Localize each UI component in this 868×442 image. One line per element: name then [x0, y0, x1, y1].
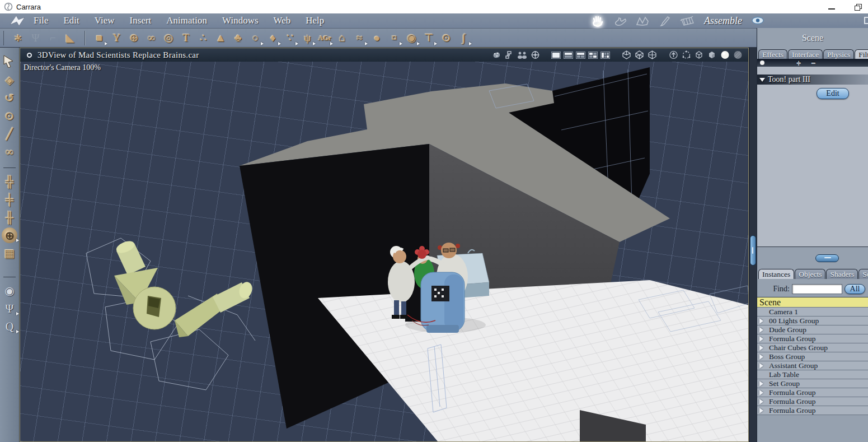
add-filter-button[interactable]: +: [796, 58, 801, 67]
maximize-button[interactable]: [850, 1, 865, 12]
expand-arrow-icon[interactable]: [759, 318, 763, 324]
viewport-canvas[interactable]: Director's Camera 100%: [20, 62, 749, 442]
edit-button[interactable]: Edit: [817, 88, 849, 99]
link-tool-icon[interactable]: ∞: [2, 144, 17, 160]
expand-arrow-icon[interactable]: [759, 345, 763, 351]
model-wrench-icon[interactable]: [613, 15, 627, 27]
target-helper-icon[interactable]: ⊙: [438, 30, 455, 46]
camera-dolly-icon[interactable]: ◉: [2, 283, 17, 299]
move-yz-icon[interactable]: ╫: [2, 210, 17, 225]
viewport-titlebar[interactable]: 3DView of Mad Scientists Replace Brains.…: [20, 48, 749, 62]
list-item-00-lights-group[interactable]: 00 Lights Group: [757, 317, 868, 325]
tab-sounds[interactable]: Sounds: [858, 269, 868, 279]
select-arrow-icon[interactable]: [2, 54, 17, 70]
particle-emitter-icon[interactable]: ∴: [195, 30, 212, 46]
layout-grid-four-icon[interactable]: [588, 52, 598, 59]
zoom-magnifier-icon[interactable]: Q: [2, 319, 17, 334]
wireframe-cube-icon[interactable]: [694, 50, 704, 59]
find-input[interactable]: [792, 284, 842, 294]
wire-sphere-top-icon[interactable]: [621, 50, 631, 59]
ocean-icon[interactable]: ≈: [351, 30, 368, 46]
pan-hand-tool-icon[interactable]: Ψ: [27, 30, 44, 46]
wrench-tool-icon[interactable]: ⌐: [44, 30, 62, 46]
list-item-formula-group-2[interactable]: Formula Group: [757, 388, 868, 397]
list-item-camera-1[interactable]: Camera 1: [757, 308, 868, 317]
pan-hand-icon[interactable]: Ψ: [2, 301, 17, 317]
expand-arrow-icon[interactable]: [759, 408, 763, 413]
bank-tool-icon[interactable]: ⊙: [2, 108, 17, 124]
figures-view-icon[interactable]: [517, 50, 527, 59]
minimize-button[interactable]: [824, 1, 839, 12]
shaded-sphere-bright-icon[interactable]: [720, 50, 730, 59]
gizmo-toggle-icon[interactable]: [530, 50, 540, 59]
tab-objects[interactable]: Objects: [795, 269, 825, 279]
tab-shaders[interactable]: Shaders: [826, 269, 858, 279]
list-item-chair-cubes-group[interactable]: Chair Cubes Group: [757, 343, 868, 352]
list-item-lab-table[interactable]: Lab Table: [757, 370, 868, 379]
layout-two-rows-icon[interactable]: [564, 52, 573, 59]
working-box-icon[interactable]: ▦: [2, 245, 17, 261]
text-3d-icon[interactable]: T: [177, 30, 195, 46]
torus-spin-icon[interactable]: ◎: [160, 30, 177, 46]
house-backdrop-icon[interactable]: ⌂: [334, 30, 351, 46]
rotation-gizmo-icon[interactable]: [681, 50, 691, 59]
plant-tree-icon[interactable]: ♣: [229, 30, 247, 46]
expand-arrow-icon[interactable]: [759, 336, 763, 342]
menu-animation[interactable]: Animation: [166, 15, 207, 26]
tab-interface[interactable]: Interface: [788, 49, 823, 59]
fountain-icon[interactable]: ψ: [299, 30, 316, 46]
menu-help[interactable]: Help: [306, 15, 324, 26]
reference-arrow-icon[interactable]: [668, 50, 678, 59]
wire-sphere-side-icon[interactable]: [634, 50, 644, 59]
shaded-sphere-dark-icon[interactable]: [733, 50, 743, 59]
fire-icon[interactable]: ♦: [264, 30, 281, 46]
horizontal-splitter-handle[interactable]: [750, 235, 756, 266]
tab-instances[interactable]: Instances: [758, 269, 794, 279]
layout-single-icon[interactable]: [551, 52, 561, 59]
move-xz-icon[interactable]: ╪: [2, 192, 17, 207]
menu-windows[interactable]: Windows: [222, 15, 258, 26]
sphere-primitive-icon[interactable]: ⊕: [125, 30, 143, 46]
trowel-tool-icon[interactable]: ◣: [62, 30, 79, 46]
expand-arrow-icon[interactable]: [759, 363, 763, 369]
expand-arrow-icon[interactable]: [759, 381, 763, 387]
rock-icon[interactable]: ●: [368, 30, 386, 46]
expand-arrow-icon[interactable]: [759, 327, 763, 333]
assemble-hand-icon[interactable]: [590, 15, 605, 27]
vertex-object-icon[interactable]: Y: [108, 30, 125, 46]
paint-selection-icon[interactable]: [491, 50, 501, 59]
visibility-eye-icon[interactable]: [751, 16, 764, 25]
bone-icon[interactable]: ∫: [455, 30, 472, 46]
rotate-tool-icon[interactable]: ↺: [2, 90, 17, 106]
menu-file[interactable]: File: [34, 15, 48, 26]
list-item-formula-group-3[interactable]: Formula Group: [757, 397, 868, 406]
tab-filters[interactable]: Filters: [855, 49, 868, 59]
move-3d-icon[interactable]: ◈: [2, 72, 17, 88]
menu-insert[interactable]: Insert: [130, 15, 152, 26]
menu-edit[interactable]: Edit: [63, 15, 79, 26]
eyedropper-icon[interactable]: ╱: [2, 126, 17, 142]
layout-mixed-icon[interactable]: [600, 52, 610, 59]
menu-view[interactable]: View: [95, 15, 115, 26]
spotlight-icon[interactable]: ¤: [386, 30, 403, 46]
expand-arrow-icon[interactable]: [759, 354, 763, 360]
cloud-icon[interactable]: ○: [247, 30, 264, 46]
list-item-assistant-group[interactable]: Assistant Group: [757, 361, 868, 370]
expand-arrow-icon[interactable]: [759, 399, 763, 404]
group-hierarchy-icon[interactable]: ⊤: [420, 30, 438, 46]
metaball-icon[interactable]: ∞: [143, 30, 160, 46]
move-xy-icon[interactable]: ╬: [2, 174, 17, 189]
expand-arrow-icon[interactable]: [759, 390, 763, 396]
remove-filter-button[interactable]: −: [811, 58, 815, 67]
cube-primitive-icon[interactable]: ■: [91, 30, 108, 46]
scene-root-row[interactable]: Scene: [757, 297, 868, 308]
tab-physics[interactable]: Physics: [823, 49, 854, 59]
texture-brush-icon[interactable]: [658, 15, 672, 27]
enable-dot-icon[interactable]: [760, 61, 764, 65]
bone-chain-tool-icon[interactable]: ∗: [10, 30, 27, 46]
tab-effects[interactable]: Effects: [758, 49, 787, 59]
filter-item-toon[interactable]: Toon! part III: [757, 75, 868, 85]
list-item-formula-group-4[interactable]: Formula Group: [757, 406, 868, 415]
solid-cube-icon[interactable]: [707, 50, 717, 59]
particle-plate-icon[interactable]: ∵: [281, 30, 299, 46]
